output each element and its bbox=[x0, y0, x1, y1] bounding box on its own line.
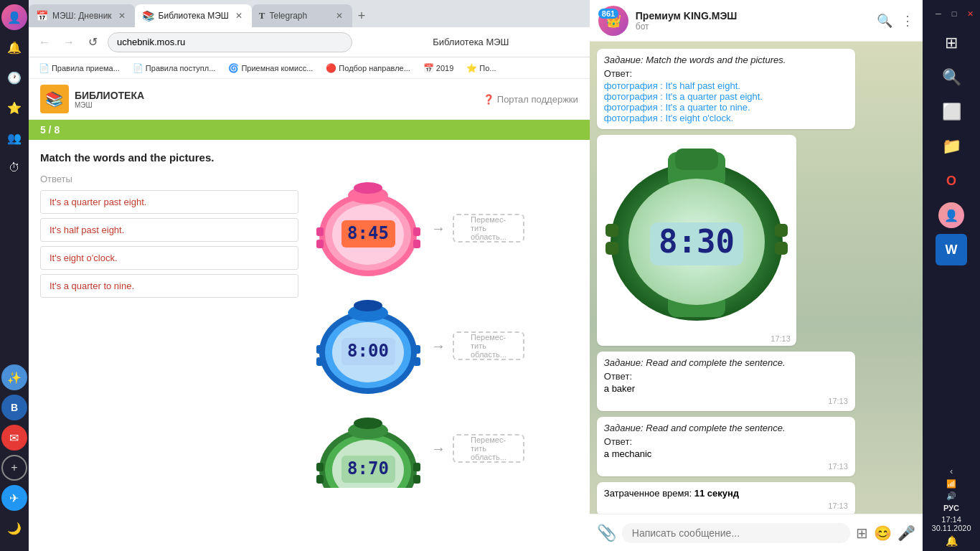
svg-rect-28 bbox=[413, 475, 420, 484]
minimize-button[interactable]: ─ bbox=[931, 6, 946, 21]
drop-zone-3[interactable]: Перемес-титьобласть... bbox=[453, 434, 524, 463]
taskbar-date: 30.11.2020 bbox=[932, 524, 971, 532]
svg-rect-26 bbox=[413, 463, 420, 471]
taskbar-user-button[interactable]: 👤 bbox=[936, 199, 967, 231]
taskbar-expand-icon[interactable]: ‹ bbox=[950, 466, 953, 476]
svg-rect-25 bbox=[316, 463, 324, 471]
tab-telegraph-label: Telegraph bbox=[269, 11, 307, 21]
telegram-badge: 861 bbox=[598, 9, 618, 19]
svg-point-19 bbox=[354, 300, 382, 311]
clock-pink-svg: 8:45 bbox=[313, 174, 424, 280]
answer-option-4[interactable]: It's a quarter to nine. bbox=[40, 274, 298, 298]
sidebar-bookmark-icon[interactable]: ⭐ bbox=[1, 95, 27, 121]
bookmark-6[interactable]: ⭐ По... bbox=[462, 62, 500, 75]
bookmark-2-icon: 📄 bbox=[133, 63, 143, 73]
sidebar-moon-icon[interactable]: 🌙 bbox=[1, 515, 27, 541]
back-button[interactable]: ← bbox=[34, 32, 55, 52]
taskbar-search-button[interactable]: 🔍 bbox=[936, 62, 967, 93]
taskbar-notification-center-icon[interactable]: 🔔 bbox=[946, 535, 958, 547]
tab-diary-close[interactable]: ✕ bbox=[116, 9, 128, 22]
bookmark-4-icon: 🔴 bbox=[326, 63, 336, 73]
left-sidebar: 👤 🔔 🕐 ⭐ 👥 ⏱ ✨ В ✉ + ✈ 🌙 bbox=[0, 0, 29, 551]
telegram-message-1: Задание: Match the words and the picture… bbox=[597, 49, 855, 129]
close-button[interactable]: ✕ bbox=[963, 6, 977, 21]
taskbar-clock: 17:14 30.11.2020 bbox=[932, 515, 971, 532]
msg-1-link-4[interactable]: фотография : It's eight o'clock. bbox=[604, 113, 848, 123]
bookmark-4[interactable]: 🔴 Подбор направле... bbox=[321, 62, 414, 75]
msg-1-link-2[interactable]: фотография : It's a quarter past eight. bbox=[604, 91, 848, 102]
drop-zone-1[interactable]: Перемес-титьобласть... bbox=[453, 214, 524, 242]
bookmark-2[interactable]: 📄 Правила поступл... bbox=[128, 62, 220, 75]
svg-rect-38 bbox=[606, 242, 618, 255]
address-input[interactable] bbox=[108, 32, 352, 52]
sidebar-telegram-app-icon[interactable]: ✈ bbox=[1, 485, 27, 511]
logo-text: БИБЛИОТЕКА МЭШ bbox=[75, 90, 144, 109]
taskbar-start-button[interactable]: ⊞ bbox=[936, 27, 967, 59]
msg-5-time: 17:13 bbox=[604, 501, 848, 510]
bookmark-3-icon: 🌀 bbox=[228, 63, 239, 73]
taskbar-network-icon[interactable]: 📶 bbox=[946, 479, 956, 489]
bookmark-1-label: Правила приема... bbox=[52, 64, 120, 72]
sidebar-history-icon[interactable]: 🕐 bbox=[1, 65, 27, 90]
tab-telegraph-close[interactable]: ✕ bbox=[334, 9, 345, 22]
logo-icon: 📚 bbox=[40, 85, 69, 113]
answer-option-2[interactable]: It's half past eight. bbox=[40, 218, 298, 242]
telegram-attach-icon[interactable]: 📎 bbox=[597, 524, 616, 542]
telegram-menu-icon[interactable]: ⋮ bbox=[901, 13, 914, 29]
telegram-contact-name: Премиум KING.МЭШ bbox=[636, 10, 870, 22]
bookmark-1[interactable]: 📄 Правила приема... bbox=[34, 62, 124, 75]
new-tab-button[interactable]: + bbox=[352, 4, 372, 27]
tab-diary[interactable]: 📅 МЭШ: Дневник ✕ bbox=[29, 4, 135, 27]
msg-1-link-3[interactable]: фотография : It's a quarter to nine. bbox=[604, 102, 848, 113]
tab-library[interactable]: 📚 Библиотека МЭШ ✕ bbox=[135, 4, 252, 27]
sidebar-mail-icon[interactable]: ✉ bbox=[1, 425, 27, 451]
support-link[interactable]: ❓ Портал поддержки bbox=[483, 94, 578, 105]
taskbar-file-explorer-button[interactable]: 📁 bbox=[936, 131, 967, 162]
tab-telegraph[interactable]: T Telegraph ✕ bbox=[252, 4, 352, 27]
taskbar-lang: РУС bbox=[943, 504, 959, 512]
sidebar-vk-icon[interactable]: В bbox=[1, 395, 27, 420]
telegram-search-icon[interactable]: 🔍 bbox=[877, 13, 892, 29]
answer-option-3[interactable]: It's eight o'clock. bbox=[40, 246, 298, 270]
msg-3-time: 17:13 bbox=[604, 397, 848, 405]
sidebar-add-icon[interactable]: + bbox=[1, 455, 27, 481]
telegram-emoji-icon[interactable]: 😊 bbox=[874, 524, 892, 542]
tab-diary-icon: 📅 bbox=[36, 10, 48, 22]
clock-blue-svg: 8:00 bbox=[313, 291, 424, 397]
taskbar-opera-button[interactable]: O bbox=[936, 165, 967, 197]
telegram-message-4: Задание: Read and complete the sentence.… bbox=[597, 417, 855, 476]
arrow-1: → bbox=[431, 220, 446, 237]
sidebar-notification-icon[interactable]: 🔔 bbox=[1, 34, 27, 60]
bookmarks-bar: 📄 Правила приема... 📄 Правила поступл...… bbox=[29, 57, 590, 79]
clock-pink-wrap: 8:45 bbox=[313, 174, 424, 283]
telegram-mic-icon[interactable]: 🎤 bbox=[897, 524, 915, 542]
svg-rect-15 bbox=[413, 345, 420, 354]
telegram-contact-status: бот bbox=[636, 22, 870, 32]
msg-2-time: 17:13 bbox=[600, 334, 793, 343]
taskbar-word-button[interactable]: W bbox=[936, 234, 967, 265]
logo-title: БИБЛИОТЕКА bbox=[75, 90, 144, 101]
bookmark-3[interactable]: 🌀 Приемная комисс... bbox=[224, 62, 317, 75]
msg-1-link-1[interactable]: фотография : It's half past eight. bbox=[604, 80, 848, 91]
telegram-message-input[interactable] bbox=[622, 523, 850, 543]
msg-5-task: Затраченное время: bbox=[604, 488, 694, 499]
sidebar-contacts-icon[interactable]: 👥 bbox=[1, 125, 27, 151]
drop-zone-2[interactable]: Перемес-титьобласть... bbox=[453, 331, 524, 360]
bookmark-5[interactable]: 📅 2019 bbox=[419, 62, 458, 75]
tab-bar: 📅 МЭШ: Дневник ✕ 📚 Библиотека МЭШ ✕ T Te… bbox=[29, 0, 590, 27]
sidebar-profile-icon[interactable]: 👤 bbox=[1, 4, 27, 30]
sidebar-timer-icon[interactable]: ⏱ bbox=[1, 155, 27, 181]
taskbar-taskview-button[interactable]: ⬜ bbox=[936, 96, 967, 128]
clock-blue-wrap: 8:00 bbox=[313, 291, 424, 400]
telegram-grid-icon[interactable]: ⊞ bbox=[856, 524, 868, 542]
sidebar-sparkle-icon[interactable]: ✨ bbox=[1, 364, 27, 390]
svg-rect-16 bbox=[316, 357, 324, 366]
forward-button[interactable]: → bbox=[59, 32, 79, 52]
answer-option-1[interactable]: It's a quarter past eight. bbox=[40, 190, 298, 214]
refresh-button[interactable]: ↺ bbox=[83, 32, 103, 52]
maximize-button[interactable]: □ bbox=[947, 6, 961, 21]
tab-library-label: Библиотека МЭШ bbox=[159, 11, 229, 21]
tab-diary-label: МЭШ: Дневник bbox=[52, 11, 112, 21]
tab-library-close[interactable]: ✕ bbox=[233, 9, 245, 22]
taskbar-wifi-icon[interactable]: 🔊 bbox=[946, 491, 956, 501]
